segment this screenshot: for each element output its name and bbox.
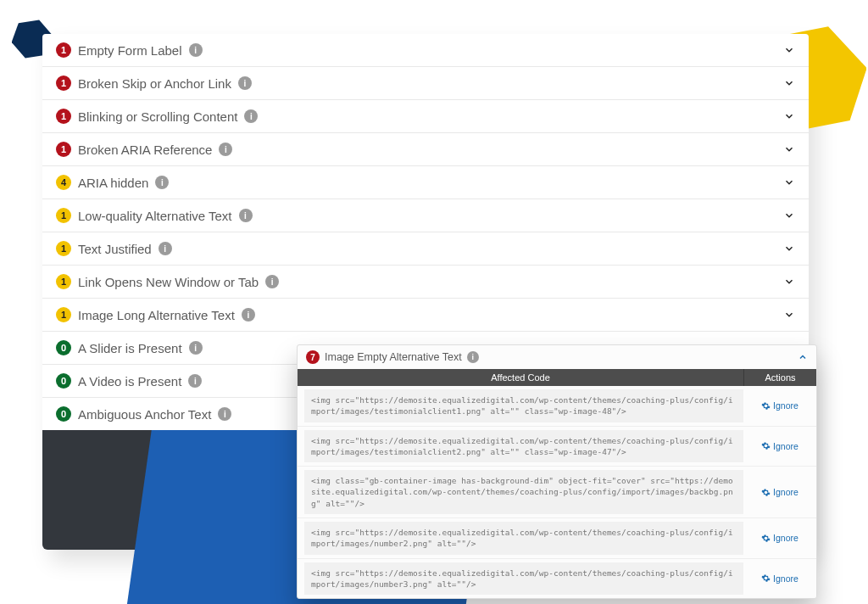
issue-detail-popup: 7 Image Empty Alternative Text i Affecte…	[297, 344, 817, 599]
gear-icon	[761, 488, 771, 497]
issue-row[interactable]: 1Text Justifiedi	[42, 232, 809, 266]
code-snippet: <img src="https://demosite.equalizedigit…	[304, 430, 743, 463]
detail-title: Image Empty Alternative Text	[325, 351, 462, 363]
info-icon[interactable]: i	[188, 374, 202, 388]
collapse-icon[interactable]	[798, 352, 808, 362]
chevron-down-icon[interactable]	[783, 210, 795, 221]
col-actions-header: Actions	[743, 369, 816, 386]
chevron-down-icon[interactable]	[783, 176, 795, 188]
table-row: <img class="gb-container-image has-backg…	[298, 467, 816, 518]
detail-header[interactable]: 7 Image Empty Alternative Text i	[298, 345, 816, 369]
issue-label: Link Opens New Window or Tab	[78, 275, 259, 289]
gear-icon	[761, 534, 771, 543]
issue-label: Broken ARIA Reference	[78, 143, 212, 157]
ignore-label: Ignore	[773, 533, 798, 543]
count-badge: 1	[56, 274, 71, 289]
issue-label: Low-quality Alternative Text	[78, 209, 232, 223]
table-row: <img src="https://demosite.equalizedigit…	[298, 386, 816, 427]
issue-row[interactable]: 1Blinking or Scrolling Contenti	[42, 100, 809, 133]
ignore-label: Ignore	[773, 400, 798, 411]
issue-row[interactable]: 1Empty Form Labeli	[42, 34, 809, 67]
chevron-down-icon[interactable]	[783, 110, 795, 122]
issue-row[interactable]: 1Link Opens New Window or Tabi	[42, 266, 809, 299]
gear-icon	[761, 401, 771, 411]
issue-label: Blinking or Scrolling Content	[78, 109, 237, 124]
issue-row[interactable]: 4ARIA hiddeni	[42, 166, 809, 199]
info-icon[interactable]: i	[265, 275, 279, 288]
issue-label: A Slider is Present	[78, 341, 182, 355]
issue-label: Empty Form Label	[78, 43, 182, 58]
issue-row[interactable]: 1Low-quality Alternative Texti	[42, 199, 809, 232]
issue-row[interactable]: 1Broken ARIA Referencei	[42, 133, 809, 166]
info-icon[interactable]: i	[242, 308, 255, 322]
count-badge: 1	[56, 42, 71, 58]
issue-label: Text Justified	[78, 242, 152, 256]
chevron-down-icon[interactable]	[783, 77, 795, 89]
issue-label: A Video is Present	[78, 374, 181, 389]
info-icon[interactable]: i	[467, 351, 479, 363]
ignore-button[interactable]: Ignore	[750, 533, 810, 543]
count-badge: 4	[56, 175, 71, 190]
count-badge: 0	[56, 373, 71, 389]
count-badge: 0	[56, 406, 71, 422]
chevron-down-icon[interactable]	[783, 309, 795, 321]
ignore-label: Ignore	[773, 487, 798, 497]
info-icon[interactable]: i	[155, 176, 169, 189]
code-snippet: <img class="gb-container-image has-backg…	[304, 470, 743, 514]
issue-label: Ambiguous Anchor Text	[78, 407, 211, 422]
info-icon[interactable]: i	[244, 109, 258, 123]
issue-label: Image Long Alternative Text	[78, 308, 235, 322]
info-icon[interactable]: i	[239, 209, 253, 222]
detail-count-badge: 7	[306, 350, 320, 364]
issue-row[interactable]: 1Broken Skip or Anchor Linki	[42, 67, 809, 100]
code-snippet: <img src="https://demosite.equalizedigit…	[304, 389, 743, 422]
issue-label: Broken Skip or Anchor Link	[78, 76, 231, 91]
chevron-down-icon[interactable]	[783, 44, 795, 56]
count-badge: 1	[56, 76, 71, 91]
col-code-header: Affected Code	[298, 369, 743, 386]
chevron-down-icon[interactable]	[783, 243, 795, 254]
gear-icon	[761, 441, 771, 450]
count-badge: 1	[56, 307, 71, 322]
issue-row[interactable]: 1Image Long Alternative Texti	[42, 299, 809, 332]
info-icon[interactable]: i	[189, 341, 203, 355]
code-snippet: <img src="https://demosite.equalizedigit…	[304, 522, 743, 555]
table-row: <img src="https://demosite.equalizedigit…	[298, 518, 816, 559]
info-icon[interactable]: i	[159, 242, 172, 255]
count-badge: 0	[56, 340, 71, 355]
ignore-button[interactable]: Ignore	[750, 487, 810, 497]
count-badge: 1	[56, 241, 71, 256]
count-badge: 1	[56, 208, 71, 223]
ignore-label: Ignore	[773, 441, 798, 451]
ignore-button[interactable]: Ignore	[750, 400, 810, 411]
code-snippet: <img src="https://demosite.equalizedigit…	[304, 562, 743, 596]
info-icon[interactable]: i	[219, 143, 232, 156]
ignore-button[interactable]: Ignore	[750, 573, 810, 584]
info-icon[interactable]: i	[218, 407, 231, 421]
count-badge: 1	[56, 109, 71, 124]
ignore-label: Ignore	[773, 573, 798, 584]
gear-icon	[761, 573, 771, 583]
chevron-down-icon[interactable]	[783, 143, 795, 155]
table-row: <img src="https://demosite.equalizedigit…	[298, 427, 816, 467]
table-row: <img src="https://demosite.equalizedigit…	[298, 559, 816, 599]
info-icon[interactable]: i	[189, 43, 203, 57]
issue-label: ARIA hidden	[78, 176, 148, 190]
ignore-button[interactable]: Ignore	[750, 441, 810, 451]
chevron-down-icon[interactable]	[783, 276, 795, 288]
detail-table-header: Affected Code Actions	[298, 369, 816, 386]
detail-rows: <img src="https://demosite.equalizedigit…	[298, 386, 816, 598]
count-badge: 1	[56, 142, 71, 157]
info-icon[interactable]: i	[238, 76, 252, 90]
